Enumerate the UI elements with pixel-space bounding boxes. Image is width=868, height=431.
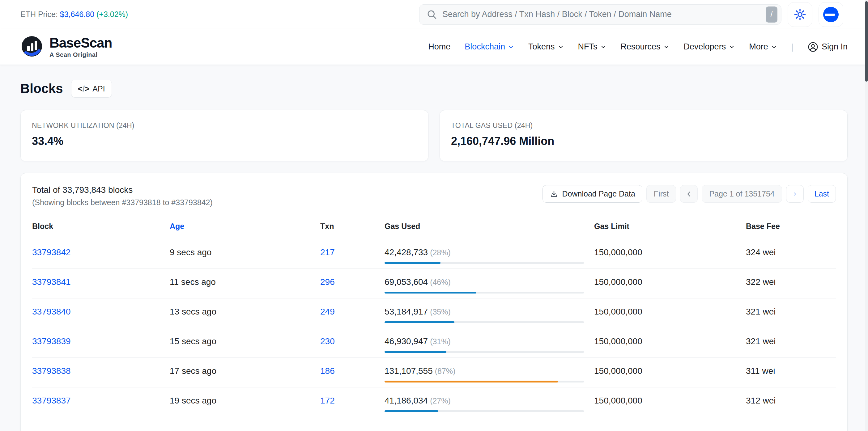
pagination-first-button[interactable]: First bbox=[646, 185, 676, 203]
nav-item-home[interactable]: Home bbox=[428, 42, 451, 52]
block-link[interactable]: 33793842 bbox=[32, 247, 71, 257]
txn-count-link[interactable]: 217 bbox=[320, 247, 335, 257]
slash-shortcut-badge: / bbox=[766, 6, 777, 23]
chevron-down-icon bbox=[508, 44, 514, 50]
pagination-last-button[interactable]: Last bbox=[808, 185, 836, 203]
eth-price-label: ETH Price: bbox=[21, 10, 58, 19]
pagination-next-button[interactable] bbox=[786, 185, 804, 203]
age-cell: 15 secs ago bbox=[170, 336, 320, 346]
base-fee-cell: 312 wei bbox=[746, 396, 836, 406]
eth-price: ETH Price: $3,646.80 (+3.02%) bbox=[21, 10, 128, 19]
nav-item-blockchain[interactable]: Blockchain bbox=[465, 42, 514, 52]
gas-used-cell: 41,186,034(27%) bbox=[384, 396, 594, 412]
search-bar[interactable]: / bbox=[419, 4, 781, 25]
gas-used-value: 131,107,555 bbox=[384, 366, 433, 376]
network-utilization-label: NETWORK UTILIZATION (24H) bbox=[32, 122, 417, 130]
download-page-data-button[interactable]: Download Page Data bbox=[542, 185, 642, 203]
gas-used-value: 69,053,604 bbox=[384, 277, 428, 287]
gas-limit-cell: 150,000,000 bbox=[594, 366, 746, 376]
gas-limit-cell: 150,000,000 bbox=[594, 336, 746, 346]
txn-count-link[interactable]: 249 bbox=[320, 307, 335, 317]
gas-used-cell: 53,184,917(35%) bbox=[384, 307, 594, 323]
gas-used-bar bbox=[384, 262, 584, 264]
gas-used-bar bbox=[384, 321, 584, 323]
chevron-down-icon bbox=[663, 44, 670, 50]
column-header-txn: Txn bbox=[320, 222, 384, 231]
blocks-table-card: Total of 33,793,843 blocks (Showing bloc… bbox=[21, 173, 847, 431]
pagination-prev-button[interactable] bbox=[680, 185, 698, 203]
network-switcher-button[interactable] bbox=[818, 2, 843, 27]
sun-icon bbox=[794, 8, 806, 21]
gas-limit-cell: 150,000,000 bbox=[594, 307, 746, 317]
table-row: 33793837 19 secs ago 172 41,186,034(27%)… bbox=[32, 388, 836, 417]
gas-limit-cell: 150,000,000 bbox=[594, 247, 746, 257]
column-header-gas-used: Gas Used bbox=[384, 222, 594, 231]
nav-item-nfts[interactable]: NFTs bbox=[578, 42, 607, 52]
gas-used-value: 53,184,917 bbox=[384, 307, 428, 317]
block-link[interactable]: 33793840 bbox=[32, 307, 71, 317]
scrollbar-thumb[interactable] bbox=[865, 1, 868, 81]
nav-item-resources[interactable]: Resources bbox=[621, 42, 670, 52]
chevron-right-icon bbox=[793, 190, 797, 198]
top-bar: ETH Price: $3,646.80 (+3.02%) / bbox=[0, 0, 868, 29]
base-fee-cell: 324 wei bbox=[746, 247, 836, 257]
block-link[interactable]: 33793837 bbox=[32, 396, 71, 405]
total-blocks-text: Total of 33,793,843 blocks bbox=[32, 185, 213, 195]
txn-count-link[interactable]: 172 bbox=[320, 396, 335, 405]
table-header-row: Block Age Txn Gas Used Gas Limit Base Fe… bbox=[32, 212, 836, 239]
chevron-down-icon bbox=[558, 44, 564, 50]
eth-price-value[interactable]: $3,646.80 bbox=[60, 10, 94, 19]
column-header-gas-limit: Gas Limit bbox=[594, 222, 746, 231]
gas-used-bar bbox=[384, 410, 584, 412]
gas-used-percent: (28%) bbox=[430, 248, 451, 257]
sign-in-button[interactable]: Sign In bbox=[808, 42, 847, 52]
gas-limit-cell: 150,000,000 bbox=[594, 396, 746, 406]
nav-items: HomeBlockchainTokensNFTsResourcesDevelop… bbox=[428, 42, 847, 52]
table-row: 33793842 9 secs ago 217 42,428,733(28%) … bbox=[32, 239, 836, 269]
theme-toggle-button[interactable] bbox=[787, 2, 812, 27]
gas-used-value: 42,428,733 bbox=[384, 247, 428, 257]
column-header-base-fee: Base Fee bbox=[746, 222, 836, 231]
brand-tagline: A Scan Original bbox=[50, 52, 112, 58]
pagination-page-indicator: Page 1 of 1351754 bbox=[702, 185, 782, 203]
api-button[interactable]: </> API bbox=[71, 80, 112, 98]
eth-price-change: (+3.02%) bbox=[96, 10, 128, 19]
gas-used-percent: (87%) bbox=[435, 367, 456, 375]
search-icon bbox=[426, 9, 437, 20]
total-gas-used-label: TOTAL GAS USED (24H) bbox=[451, 122, 836, 130]
gas-used-percent: (35%) bbox=[430, 307, 451, 316]
age-cell: 17 secs ago bbox=[170, 366, 320, 376]
gas-used-percent: (46%) bbox=[430, 278, 451, 287]
block-link[interactable]: 33793839 bbox=[32, 336, 71, 346]
download-button-label: Download Page Data bbox=[562, 189, 635, 198]
txn-count-link[interactable]: 230 bbox=[320, 336, 335, 346]
nav-item-developers[interactable]: Developers bbox=[684, 42, 735, 52]
main-navigation: BaseScan A Scan Original HomeBlockchainT… bbox=[0, 29, 868, 65]
nav-separator: | bbox=[791, 42, 794, 52]
block-link[interactable]: 33793841 bbox=[32, 277, 71, 287]
code-icon: </> bbox=[78, 84, 89, 94]
txn-count-link[interactable]: 186 bbox=[320, 366, 335, 376]
table-row: 33793840 13 secs ago 249 53,184,917(35%)… bbox=[32, 298, 836, 328]
gas-used-value: 41,186,034 bbox=[384, 396, 428, 405]
brand-logo[interactable]: BaseScan A Scan Original bbox=[21, 35, 112, 59]
chevron-left-icon bbox=[685, 190, 693, 198]
block-link[interactable]: 33793838 bbox=[32, 366, 71, 376]
search-input[interactable] bbox=[442, 9, 761, 19]
sign-in-label: Sign In bbox=[822, 42, 847, 52]
total-gas-used-value: 2,160,747.96 Million bbox=[451, 135, 836, 148]
gas-used-cell: 131,107,555(87%) bbox=[384, 366, 594, 383]
age-cell: 19 secs ago bbox=[170, 396, 320, 406]
column-header-age[interactable]: Age bbox=[170, 222, 184, 231]
scrollbar[interactable] bbox=[865, 0, 868, 431]
nav-item-more[interactable]: More bbox=[749, 42, 777, 52]
network-utilization-card: NETWORK UTILIZATION (24H) 33.4% bbox=[21, 110, 428, 161]
age-cell: 9 secs ago bbox=[170, 247, 320, 257]
page-title: Blocks bbox=[21, 81, 63, 96]
table-row: 33793841 11 secs ago 296 69,053,604(46%)… bbox=[32, 269, 836, 298]
txn-count-link[interactable]: 296 bbox=[320, 277, 335, 287]
table-body: 33793842 9 secs ago 217 42,428,733(28%) … bbox=[32, 239, 836, 417]
nav-item-tokens[interactable]: Tokens bbox=[528, 42, 564, 52]
person-icon bbox=[808, 42, 818, 52]
base-fee-cell: 322 wei bbox=[746, 277, 836, 287]
